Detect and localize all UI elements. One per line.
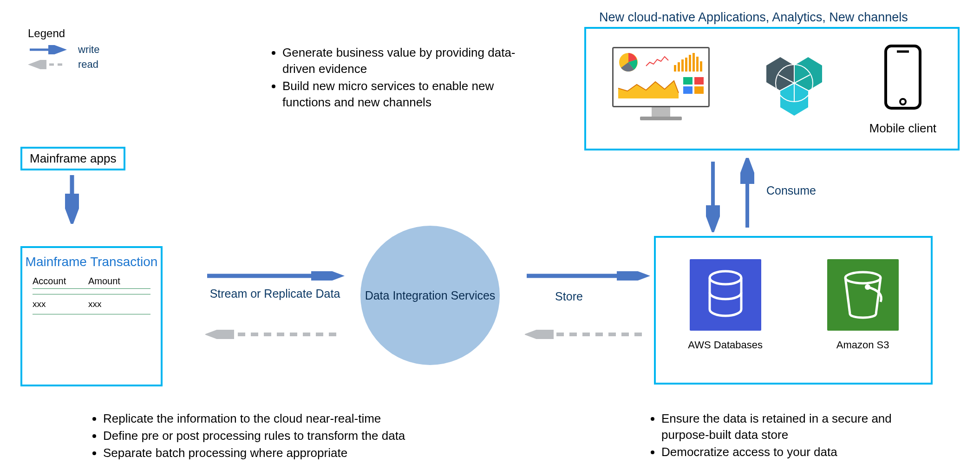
svg-rect-22 [694, 77, 704, 85]
svg-point-33 [900, 99, 906, 104]
mainframe-apps-label: Mainframe apps [30, 151, 116, 165]
txn-val-amount: xxx [88, 299, 102, 309]
svg-rect-18 [693, 53, 695, 72]
dashboard-monitor-icon [608, 47, 714, 131]
svg-rect-24 [694, 86, 704, 94]
list-item: Define pre or post processing rules to t… [103, 428, 461, 444]
arrow-consume-up [740, 158, 754, 232]
flow-store-label: Store [539, 290, 599, 303]
list-item: Democratize access to your data [661, 444, 926, 460]
cloud-native-box: Mobile client [584, 27, 960, 150]
legend-title: Legend [28, 27, 99, 40]
s3-bucket-icon [827, 259, 899, 331]
arrow-stream-read [205, 330, 345, 339]
svg-rect-14 [678, 62, 680, 72]
mainframe-txn-box: Mainframe Transaction Account Amount xxx… [20, 246, 163, 386]
svg-rect-21 [683, 77, 693, 85]
svg-rect-15 [681, 59, 684, 72]
legend-arrow-write [28, 45, 70, 54]
aws-databases-label: AWS Databases [688, 339, 763, 351]
arrow-stream-write [205, 271, 345, 281]
flow-stream-label: Stream or Replicate Data [205, 287, 345, 300]
legend-arrow-read [28, 60, 70, 69]
list-item: Generate business value by providing dat… [282, 45, 529, 77]
legend-read-label: read [78, 59, 98, 71]
arrow-apps-to-txn [65, 173, 79, 224]
aws-store-box: AWS Databases Amazon S3 [654, 236, 933, 385]
svg-rect-23 [683, 86, 693, 94]
data-integration-circle: Data Integration Services [360, 226, 500, 365]
svg-rect-16 [685, 58, 687, 72]
flow-consume-label: Consume [766, 184, 816, 197]
txn-val-account: xxx [33, 299, 88, 309]
cloud-native-title: New cloud-native Applications, Analytics… [599, 10, 908, 25]
svg-point-9 [865, 284, 870, 290]
hexagon-cluster-icon [738, 47, 845, 131]
list-item: Separate batch processing where appropri… [103, 445, 461, 461]
list-item: Replicate the information to the cloud n… [103, 411, 461, 427]
mobile-client-label: Mobile client [869, 121, 937, 136]
arrow-store-read [525, 330, 650, 339]
aws-databases-block: AWS Databases [688, 259, 763, 351]
table-row: Account Amount [33, 274, 150, 289]
table-row: xxx xxx [33, 294, 150, 314]
arrow-store-write [525, 271, 650, 281]
svg-rect-19 [696, 57, 699, 72]
bullets-bottom-left: Replicate the information to the cloud n… [89, 411, 461, 462]
svg-rect-20 [700, 61, 702, 72]
amazon-s3-block: Amazon S3 [827, 259, 899, 351]
legend-write-label: write [78, 44, 99, 56]
circle-label: Data Integration Services [365, 289, 496, 302]
bullets-bottom-right: Ensure the data is retained in a secure … [647, 411, 926, 461]
arrow-consume-down [706, 158, 720, 232]
list-item: Build new micro services to enable new f… [282, 78, 529, 111]
bullets-top: Generate business value by providing dat… [268, 45, 529, 111]
txn-table: Account Amount xxx xxx [33, 274, 150, 314]
list-item: Ensure the data is retained in a secure … [661, 411, 926, 443]
txn-col-amount: Amount [88, 276, 120, 287]
mainframe-txn-title: Mainframe Transaction [22, 255, 161, 269]
legend-block: Legend write read [28, 27, 99, 71]
txn-col-account: Account [33, 276, 88, 287]
mainframe-apps-box: Mainframe apps [20, 147, 125, 170]
s3-label: Amazon S3 [827, 339, 899, 351]
svg-rect-13 [674, 65, 676, 72]
mobile-client-block: Mobile client [869, 42, 937, 136]
svg-point-8 [845, 272, 881, 283]
svg-point-7 [710, 271, 741, 284]
aws-databases-icon [690, 259, 761, 331]
mobile-phone-icon [877, 42, 928, 117]
svg-rect-17 [689, 55, 691, 72]
